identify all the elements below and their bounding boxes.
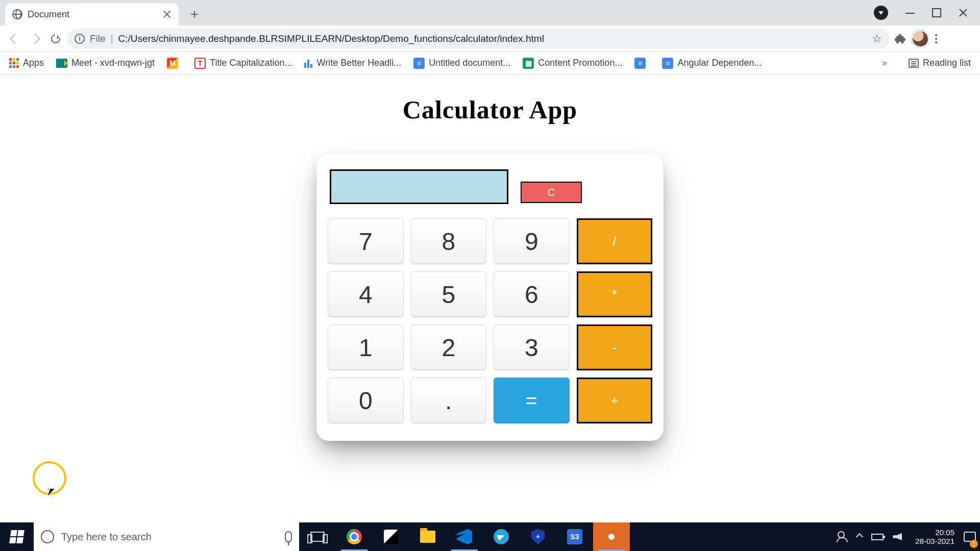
key-multiply[interactable]: * [577,271,653,317]
taskbar-file-explorer[interactable] [409,522,446,551]
back-button[interactable] [6,30,23,47]
apps-shortcut[interactable]: Apps [9,58,44,68]
key-7[interactable]: 7 [328,218,404,264]
reload-button[interactable] [47,30,64,47]
sound-icon[interactable] [893,533,902,540]
key-4[interactable]: 4 [328,271,404,317]
close-tab-icon[interactable] [162,10,172,19]
clock-date: 28-03-2021 [915,537,954,545]
page-viewport: Calculator App C 7 8 9 / 4 5 6 * 1 2 3 -… [0,74,980,522]
bookmark-content-promotion[interactable]: ▦ Content Promotion... [523,58,622,69]
bookmark-label: Untitled document... [429,58,510,68]
chrome-menu-icon[interactable] [932,31,940,46]
globe-icon [12,9,22,19]
key-equals[interactable]: = [494,378,570,423]
key-3[interactable]: 3 [494,324,570,370]
window-minimize-button[interactable] [905,8,915,17]
taskbar-clock[interactable]: 20:05 28-03-2021 [910,528,960,546]
telegram-icon [494,529,509,544]
bookmark-label: Write Better Headli... [316,58,401,68]
bookmark-doc-2[interactable]: ≡ [634,58,650,69]
key-9[interactable]: 9 [494,218,570,264]
taskbar-s3[interactable]: S3 [556,522,593,551]
title-cap-icon: T [194,58,206,69]
action-center-button[interactable]: 1 [960,522,980,551]
profile-switcher-icon[interactable] [874,6,888,20]
app-icon [384,530,398,544]
site-info-icon[interactable]: i [75,34,85,44]
task-view-button[interactable] [299,522,336,551]
notification-badge: 1 [970,540,978,548]
taskbar-recorder[interactable] [593,522,630,551]
bookmark-label: Content Promotion... [538,58,622,68]
bookmark-label: Meet - xvd-mqwn-jgt [71,58,155,68]
apps-grid-icon [9,58,19,68]
search-placeholder: Type here to search [61,531,152,543]
system-tray [828,531,910,542]
taskbar-security[interactable]: ✦ [520,522,556,551]
key-divide[interactable]: / [577,218,653,264]
reading-list-icon [909,59,919,68]
key-2[interactable]: 2 [411,324,487,370]
apps-label: Apps [23,58,44,68]
meet-icon [56,59,67,68]
key-8[interactable]: 8 [411,218,487,264]
tab-strip: Document + [0,0,980,26]
bookmark-angular-dep[interactable]: ≡ Angular Dependen... [662,58,762,69]
taskbar-app-dark[interactable] [373,522,409,551]
bookmark-gmail[interactable]: M [167,58,182,69]
bookmark-meet[interactable]: Meet - xvd-mqwn-jgt [56,58,155,68]
forward-button[interactable] [27,30,44,47]
bookmarks-overflow[interactable]: » [882,58,887,68]
battery-icon[interactable] [871,534,884,540]
window-maximize-button[interactable] [932,8,941,17]
taskbar-telegram[interactable] [483,522,520,551]
browser-toolbar: i File | C:/Users/chinmayee.deshpande.BL… [0,26,980,52]
cortana-icon [41,530,54,543]
browser-chrome: Document + i File | C:/Users/chinmayee.d… [0,0,980,74]
clock-time: 20:05 [915,528,954,537]
key-6[interactable]: 6 [494,271,570,317]
bars-icon [304,59,312,68]
key-5[interactable]: 5 [411,271,487,317]
tray-overflow-icon[interactable] [856,533,863,540]
taskbar-apps: ✦ S3 [299,522,630,551]
key-1[interactable]: 1 [328,324,404,370]
calculator-card: C 7 8 9 / 4 5 6 * 1 2 3 - 0 . = + [316,154,664,441]
taskbar-right: 20:05 28-03-2021 1 [828,522,980,551]
record-icon [604,529,619,544]
shield-icon: ✦ [531,529,545,544]
windows-taskbar: Type here to search ✦ S3 20:05 28-03-202… [0,522,980,551]
clear-button[interactable]: C [521,182,582,203]
mic-icon[interactable] [285,531,292,542]
taskbar-search[interactable]: Type here to search [34,522,299,551]
people-icon[interactable] [837,531,848,542]
bookmark-star-icon[interactable]: ☆ [872,32,882,45]
page-title: Calculator App [0,74,980,124]
url-scheme: File [90,33,106,44]
key-add[interactable]: + [577,378,653,423]
taskbar-chrome[interactable] [336,522,373,551]
profile-avatar-icon[interactable] [912,30,929,47]
window-close-button[interactable] [959,8,968,17]
address-bar[interactable]: i File | C:/Users/chinmayee.deshpande.BL… [67,29,889,49]
bookmark-title-capitalization[interactable]: T Title Capitalization... [194,58,292,69]
chrome-icon [347,529,362,544]
new-tab-button[interactable]: + [185,5,204,24]
key-dot[interactable]: . [411,378,487,423]
bookmark-write-better[interactable]: Write Better Headli... [304,58,401,68]
reading-list-label: Reading list [923,58,971,68]
key-subtract[interactable]: - [577,324,653,370]
key-0[interactable]: 0 [328,378,404,423]
windows-logo-icon [9,530,24,543]
reading-list-button[interactable]: Reading list [909,58,971,68]
browser-tab[interactable]: Document [5,3,179,26]
bookmarks-bar: Apps Meet - xvd-mqwn-jgt M T Title Capit… [0,52,980,74]
url-separator: | [111,33,113,44]
start-button[interactable] [0,522,34,551]
extensions-icon[interactable] [892,31,909,47]
calculator-keypad: 7 8 9 / 4 5 6 * 1 2 3 - 0 . = + [328,218,652,423]
bookmark-untitled-doc[interactable]: ≡ Untitled document... [413,58,510,69]
taskbar-vscode[interactable] [446,522,483,551]
calculator-display[interactable] [330,169,508,204]
